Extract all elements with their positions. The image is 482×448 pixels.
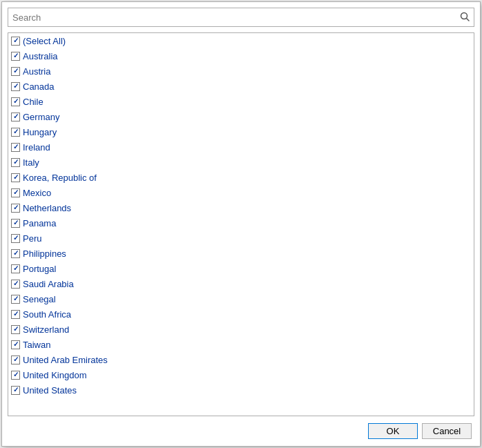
- list-item[interactable]: Netherlands: [8, 200, 474, 215]
- list-item[interactable]: Chile: [8, 94, 474, 109]
- list-item[interactable]: Hungary: [8, 124, 474, 139]
- list-item[interactable]: Ireland: [8, 139, 474, 155]
- checkbox-18[interactable]: [11, 310, 20, 319]
- list-item[interactable]: Philippines: [8, 246, 474, 261]
- checkbox-23[interactable]: [11, 386, 20, 395]
- list-item[interactable]: Peru: [8, 231, 474, 246]
- item-label-13: Peru: [23, 233, 41, 244]
- checkbox-17[interactable]: [11, 295, 20, 304]
- item-label-22: United Kingdom: [23, 370, 87, 380]
- checkbox-1[interactable]: [11, 52, 20, 61]
- list-container: (Select All)AustraliaAustriaCanadaChileG…: [8, 32, 474, 416]
- list-item[interactable]: Italy: [8, 155, 474, 170]
- list-item[interactable]: United Arab Emirates: [8, 352, 474, 367]
- search-input[interactable]: [12, 12, 460, 23]
- list-item[interactable]: Korea, Republic of: [8, 170, 474, 185]
- checkbox-2[interactable]: [11, 67, 20, 76]
- list-item[interactable]: Taiwan: [8, 337, 474, 352]
- list-item[interactable]: Portugal: [8, 261, 474, 276]
- item-label-15: Portugal: [23, 264, 56, 274]
- list-item[interactable]: Australia: [8, 48, 474, 64]
- ok-button[interactable]: OK: [368, 423, 418, 439]
- list-item[interactable]: Senegal: [8, 291, 474, 306]
- list-item[interactable]: Mexico: [8, 185, 474, 200]
- item-label-3: Canada: [23, 81, 55, 92]
- item-label-17: Senegal: [23, 294, 56, 304]
- list-item[interactable]: Panama: [8, 215, 474, 231]
- item-label-16: Saudi Arabia: [23, 279, 74, 289]
- checkbox-16[interactable]: [11, 280, 20, 289]
- checkbox-15[interactable]: [11, 264, 20, 273]
- list-item[interactable]: Austria: [8, 64, 474, 79]
- checkbox-3[interactable]: [11, 82, 20, 91]
- checkbox-11[interactable]: [11, 204, 20, 213]
- list-item[interactable]: South Africa: [8, 306, 474, 322]
- search-bar: [8, 8, 474, 27]
- cancel-button[interactable]: Cancel: [422, 423, 472, 439]
- checkbox-14[interactable]: [11, 249, 20, 258]
- checkbox-4[interactable]: [11, 97, 20, 106]
- item-label-20: Taiwan: [23, 340, 50, 350]
- item-label-4: Chile: [23, 97, 44, 107]
- checkbox-7[interactable]: [11, 143, 20, 152]
- item-label-9: Korea, Republic of: [23, 173, 97, 183]
- item-label-14: Philippines: [23, 249, 66, 259]
- checkbox-6[interactable]: [11, 128, 20, 137]
- item-label-5: Germany: [23, 112, 59, 122]
- list-item[interactable]: Germany: [8, 109, 474, 124]
- checkbox-20[interactable]: [11, 340, 20, 349]
- search-icon: [460, 12, 470, 23]
- checkbox-10[interactable]: [11, 188, 20, 197]
- checkbox-12[interactable]: [11, 219, 20, 228]
- list-scroll[interactable]: (Select All)AustraliaAustriaCanadaChileG…: [8, 33, 474, 416]
- checkbox-8[interactable]: [11, 158, 20, 167]
- dialog-footer: OK Cancel: [8, 422, 474, 440]
- list-item[interactable]: Switzerland: [8, 322, 474, 337]
- filter-dialog: (Select All)AustraliaAustriaCanadaChileG…: [1, 1, 481, 447]
- item-label-10: Mexico: [23, 188, 51, 198]
- item-label-1: Australia: [23, 51, 58, 61]
- item-label-8: Italy: [23, 157, 39, 168]
- item-label-7: Ireland: [23, 142, 50, 153]
- checkbox-21[interactable]: [11, 356, 20, 364]
- checkbox-9[interactable]: [11, 173, 20, 182]
- item-label-2: Austria: [23, 66, 50, 77]
- checkbox-22[interactable]: [11, 371, 20, 380]
- list-item[interactable]: United States: [8, 382, 474, 398]
- item-label-11: Netherlands: [23, 203, 71, 213]
- checkbox-0[interactable]: [11, 37, 20, 46]
- list-item[interactable]: (Select All): [8, 33, 474, 48]
- svg-line-1: [467, 18, 470, 21]
- item-label-18: South Africa: [23, 309, 71, 320]
- item-label-0: (Select All): [23, 36, 66, 46]
- checkbox-13[interactable]: [11, 234, 20, 243]
- checkbox-5[interactable]: [11, 113, 20, 121]
- item-label-23: United States: [23, 385, 77, 396]
- item-label-19: Switzerland: [23, 324, 69, 335]
- list-item[interactable]: Saudi Arabia: [8, 276, 474, 291]
- item-label-6: Hungary: [23, 127, 57, 137]
- item-label-12: Panama: [23, 218, 56, 228]
- list-item[interactable]: United Kingdom: [8, 367, 474, 382]
- list-item[interactable]: Canada: [8, 79, 474, 94]
- item-label-21: United Arab Emirates: [23, 355, 108, 365]
- checkbox-19[interactable]: [11, 325, 20, 334]
